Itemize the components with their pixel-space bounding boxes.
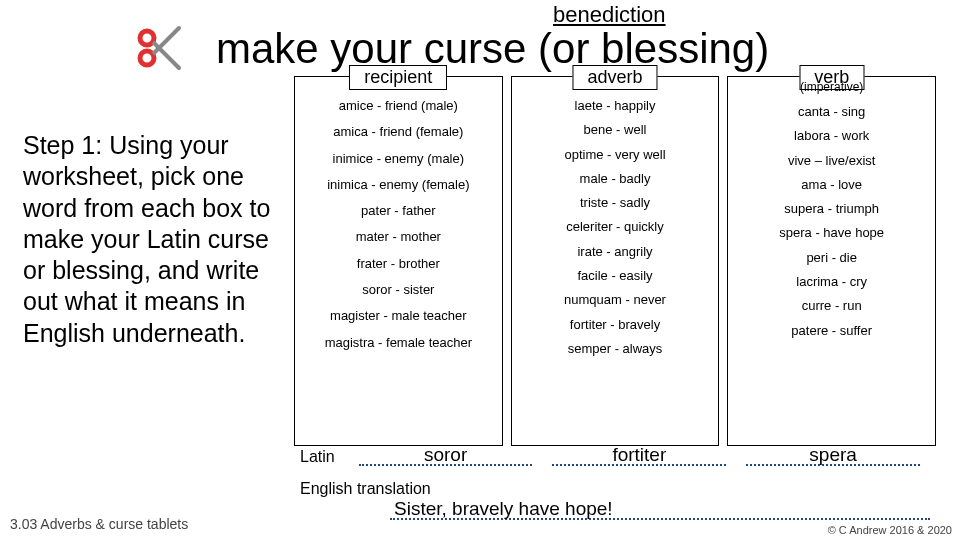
- svg-line-4: [153, 42, 159, 48]
- footer-left: 3.03 Adverbs & curse tablets: [10, 516, 188, 532]
- list-item: celeriter - quickly: [518, 220, 713, 234]
- list-item: fortiter - bravely: [518, 318, 713, 332]
- svg-point-3: [140, 51, 154, 65]
- list-item: vive – live/exist: [734, 154, 929, 168]
- list-item: canta - sing: [734, 105, 929, 119]
- recipient-column: recipient amice - friend (male) amica - …: [294, 76, 503, 446]
- list-item: bene - well: [518, 123, 713, 137]
- list-item: optime - very well: [518, 148, 713, 162]
- list-item: amica - friend (female): [301, 125, 496, 139]
- list-item: patere - suffer: [734, 324, 929, 338]
- list-item: inimica - enemy (female): [301, 178, 496, 192]
- page-title: make your curse (or blessing): [216, 25, 769, 73]
- list-item: spera - have hope: [734, 226, 929, 240]
- footer-right: © C Andrew 2016 & 2020: [828, 524, 952, 536]
- svg-line-0: [159, 28, 179, 48]
- latin-blank-3[interactable]: spera: [746, 444, 920, 466]
- list-item: soror - sister: [301, 283, 496, 297]
- list-item: male - badly: [518, 172, 713, 186]
- list-item: laete - happily: [518, 99, 713, 113]
- step-instructions: Step 1: Using your worksheet, pick one w…: [23, 130, 273, 349]
- list-item: ama - love: [734, 178, 929, 192]
- list-item: numquam - never: [518, 293, 713, 307]
- verb-subtitle: (imperative): [800, 80, 863, 94]
- list-item: amice - friend (male): [301, 99, 496, 113]
- translation-blank[interactable]: Sister, bravely have hope!: [390, 498, 930, 520]
- list-item: pater - father: [301, 204, 496, 218]
- list-item: triste - sadly: [518, 196, 713, 210]
- list-item: curre - run: [734, 299, 929, 313]
- recipient-label: recipient: [349, 65, 447, 90]
- columns-container: recipient amice - friend (male) amica - …: [290, 76, 940, 446]
- latin-fill-row: Latin soror fortiter spera: [300, 444, 930, 466]
- list-item: semper - always: [518, 342, 713, 356]
- verb-column: verb (imperative) canta - sing labora - …: [727, 76, 936, 446]
- list-item: peri - die: [734, 251, 929, 265]
- list-item: inimice - enemy (male): [301, 152, 496, 166]
- scissors-icon: [135, 24, 183, 72]
- svg-line-1: [159, 48, 179, 68]
- list-item: mater - mother: [301, 230, 496, 244]
- translation-label: English translation: [300, 480, 431, 498]
- list-item: lacrima - cry: [734, 275, 929, 289]
- list-item: frater - brother: [301, 257, 496, 271]
- latin-label: Latin: [300, 448, 335, 466]
- list-item: labora - work: [734, 129, 929, 143]
- list-item: magistra - female teacher: [301, 336, 496, 350]
- translation-row: English translation Sister, bravely have…: [300, 480, 930, 520]
- list-item: magister - male teacher: [301, 309, 496, 323]
- list-item: irate - angrily: [518, 245, 713, 259]
- latin-blank-2[interactable]: fortiter: [552, 444, 726, 466]
- svg-point-2: [140, 31, 154, 45]
- list-item: supera - triumph: [734, 202, 929, 216]
- adverb-column: adverb laete - happily bene - well optim…: [511, 76, 720, 446]
- list-item: facile - easily: [518, 269, 713, 283]
- svg-line-5: [153, 48, 159, 54]
- adverb-label: adverb: [572, 65, 657, 90]
- latin-blank-1[interactable]: soror: [359, 444, 533, 466]
